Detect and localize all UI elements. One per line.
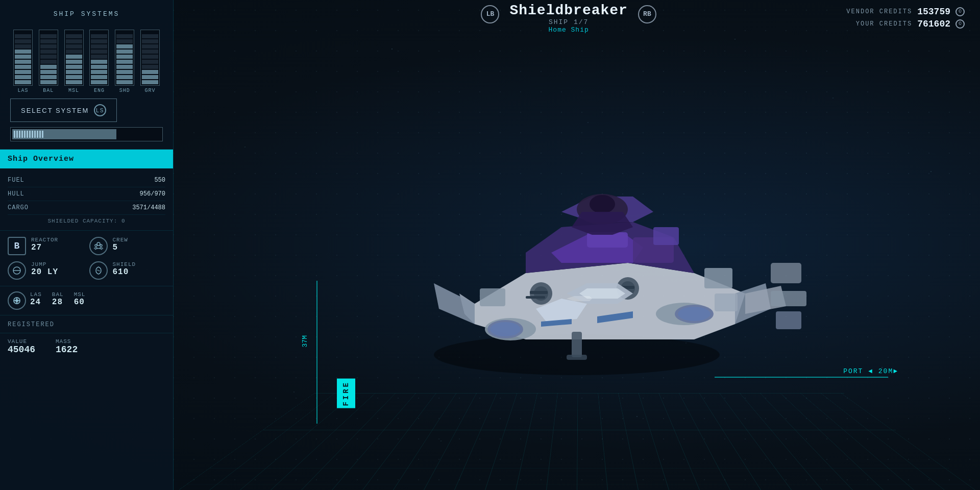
- msl-value: 60: [74, 298, 86, 307]
- svg-point-46: [100, 244, 102, 247]
- credits-area: VENDOR CREDITS 153759 © YOUR CREDITS 761…: [846, 7, 965, 29]
- jump-icon: [8, 261, 26, 280]
- las-label: LAS: [30, 291, 42, 298]
- home-ship-label: Home Ship: [549, 26, 589, 34]
- ship-systems-section: SHIP SYSTEMS LASBALMSLENGSHDGRV SELECT S…: [0, 0, 173, 150]
- svg-rect-14: [776, 311, 801, 329]
- svg-rect-38: [480, 288, 505, 306]
- las-weapon: LAS 24: [8, 291, 42, 310]
- shield-metric: SHIELD 610: [89, 261, 166, 280]
- vendor-credits-row: VENDOR CREDITS 153759 ©: [846, 7, 965, 17]
- mass-value: 1622: [56, 345, 78, 355]
- mass-label: MASS: [56, 338, 78, 345]
- reactor-text: REACTOR 27: [31, 237, 58, 252]
- select-system-label: SELECT SYSTEM: [21, 107, 89, 114]
- system-bar-msl: MSL: [64, 30, 84, 93]
- svg-point-41: [490, 322, 521, 336]
- fuel-label: FUEL: [8, 177, 24, 184]
- reactor-metric: B REACTOR 27: [8, 237, 84, 255]
- bar-label-msl: MSL: [68, 88, 79, 93]
- system-bar-las: LAS: [13, 30, 33, 93]
- progress-bar-fill: [12, 129, 116, 139]
- vendor-credits-value: 153759: [917, 7, 950, 17]
- svg-rect-35: [653, 227, 679, 245]
- ship-systems-title: SHIP SYSTEMS: [10, 10, 163, 18]
- las-text: LAS 24: [30, 291, 42, 307]
- svg-rect-12: [771, 263, 801, 283]
- weapons-section: LAS 24 BAL 28 MSL 60: [0, 286, 173, 315]
- your-credit-icon: ©: [955, 19, 965, 29]
- mass-item: MASS 1622: [56, 338, 78, 355]
- system-bar-grv: GRV: [140, 30, 160, 93]
- svg-rect-39: [572, 332, 582, 357]
- bal-label: BAL: [52, 291, 64, 298]
- shield-value: 610: [113, 267, 136, 277]
- ship-illustration: [347, 110, 806, 416]
- jump-value: 20 LY: [31, 267, 58, 277]
- crew-text: CREW 5: [113, 237, 128, 252]
- cargo-label: CARGO: [8, 204, 29, 211]
- nav-right-button[interactable]: RB: [638, 5, 656, 23]
- svg-marker-9: [434, 283, 475, 324]
- svg-point-7: [590, 195, 615, 213]
- progress-bar: [10, 127, 163, 141]
- systems-bars: LASBALMSLENGSHDGRV: [10, 27, 163, 93]
- svg-rect-13: [771, 291, 806, 306]
- value-item: VALUE 45046: [8, 338, 35, 355]
- ship-title-area: LB Shieldbreaker SHIP 1/7 RB Home Ship: [291, 3, 846, 34]
- top-header: LB Shieldbreaker SHIP 1/7 RB Home Ship V…: [174, 0, 980, 36]
- shield-label: SHIELD: [113, 261, 136, 267]
- ship-overview-header[interactable]: Ship Overview: [0, 150, 173, 168]
- metrics-section: B REACTOR 27: [0, 231, 173, 286]
- registered-section: REGISTERED: [0, 315, 173, 333]
- jump-text: JUMP 20 LY: [31, 261, 58, 277]
- las-icon: [8, 291, 26, 310]
- svg-rect-40: [567, 355, 587, 360]
- crew-metric: CREW 5: [89, 237, 166, 255]
- shielded-capacity: SHIELDED CAPACITY: 0: [8, 215, 165, 225]
- ship-nav: LB Shieldbreaker SHIP 1/7 RB: [481, 3, 656, 26]
- bal-weapon: BAL 28: [52, 291, 64, 307]
- value-mass-section: VALUE 45046 MASS 1622: [0, 333, 173, 360]
- jump-metric: JUMP 20 LY: [8, 261, 84, 280]
- svg-rect-37: [715, 293, 738, 311]
- cargo-row: CARGO 3571/4488: [8, 201, 165, 215]
- reactor-icon: B: [8, 237, 26, 255]
- svg-point-45: [95, 244, 97, 247]
- jump-label: JUMP: [31, 261, 58, 267]
- your-credits-value: 761602: [917, 19, 950, 29]
- vendor-credits-label: VENDOR CREDITS: [846, 8, 912, 15]
- weapons-row: LAS 24 BAL 28 MSL 60: [8, 291, 165, 310]
- hull-row: HULL 956/970: [8, 187, 165, 201]
- vendor-credit-icon: ©: [955, 7, 965, 16]
- crew-value: 5: [113, 243, 128, 252]
- select-system-button[interactable]: SELECT SYSTEM LS: [10, 99, 117, 122]
- shield-text: SHIELD 610: [113, 261, 136, 277]
- system-bar-shd: SHD: [115, 30, 134, 93]
- system-bar-eng: ENG: [89, 30, 109, 93]
- registered-label: REGISTERED: [8, 321, 55, 328]
- msl-label: MSL: [74, 291, 86, 298]
- svg-point-42: [678, 307, 710, 321]
- las-value: 24: [30, 298, 42, 307]
- bar-label-bal: BAL: [43, 88, 54, 93]
- left-panel: SHIP SYSTEMS LASBALMSLENGSHDGRV SELECT S…: [0, 0, 174, 490]
- hull-label: HULL: [8, 190, 24, 198]
- reactor-label: REACTOR: [31, 237, 58, 243]
- overview-stats: FUEL 550 HULL 956/970 CARGO 3571/4488 SH…: [0, 168, 173, 231]
- ship-viewport: [174, 36, 980, 490]
- bal-value: 28: [52, 298, 64, 307]
- svg-rect-36: [704, 268, 732, 288]
- your-credits-row: YOUR CREDITS 761602 ©: [856, 19, 965, 29]
- crew-label: CREW: [113, 237, 128, 243]
- system-bar-bal: BAL: [39, 30, 58, 93]
- nav-left-button[interactable]: LB: [481, 5, 499, 23]
- bal-text: BAL 28: [52, 291, 64, 307]
- ship-number: SHIP 1/7: [509, 18, 627, 26]
- svg-rect-26: [526, 296, 545, 299]
- crew-icon: [89, 237, 108, 255]
- your-credits-label: YOUR CREDITS: [856, 20, 912, 28]
- reactor-value: 27: [31, 243, 58, 252]
- fuel-row: FUEL 550: [8, 174, 165, 187]
- shield-icon: [89, 261, 108, 280]
